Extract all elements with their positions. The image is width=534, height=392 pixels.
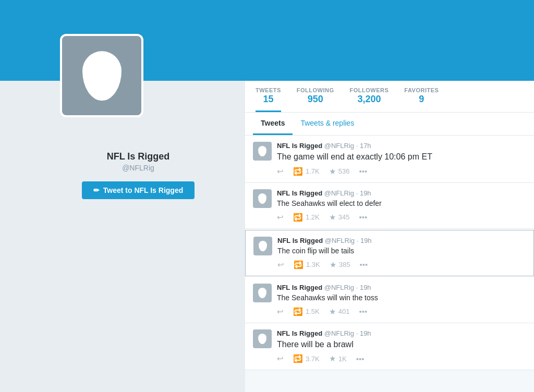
tweet-meta: NFL Is Rigged @NFLRig · 17h [277,142,526,150]
tweet-username: NFL Is Rigged [277,189,322,197]
tab-tweets-replies[interactable]: Tweets & replies [293,113,362,135]
more-icon: ••• [359,213,367,222]
tweet-avatar [253,142,272,161]
tweet-tabs: Tweets Tweets & replies [245,113,534,136]
retweet-button[interactable]: 🔁 1.2K [293,213,320,222]
retweet-icon: 🔁 [293,167,303,176]
retweet-count: 1.3K [306,261,320,268]
tweet-avatar-egg-icon [258,288,266,298]
profile-handle: @NFLRig [60,164,216,172]
reply-button[interactable]: ↩ [277,167,284,176]
more-icon: ••• [359,260,368,269]
more-button[interactable]: ••• [359,213,367,222]
tweet-text: There will be a brawl [277,339,526,350]
more-button[interactable]: ••• [359,167,367,176]
stat-tweets-label: TWEETS [256,87,281,93]
stats-bar: TWEETS 15 FOLLOWING 950 FOLLOWERS 3,200 … [245,81,534,113]
profile-area: NFL Is Rigged @NFLRig ✏ Tweet to NFL Is … [60,151,216,199]
retweet-count: 1.7K [306,167,320,175]
retweet-button[interactable]: 🔁 3.7K [293,354,320,363]
tweet-meta: NFL Is Rigged @NFLRig · 19h [277,189,526,197]
favorite-count: 385 [339,261,350,268]
stat-favorites-value: 9 [404,93,439,105]
tweet-actions: ↩ 🔁 1.2K ★ 345 ••• [277,213,526,222]
retweet-count: 1.2K [306,213,320,221]
tweet-meta: NFL Is Rigged @NFLRig · 19h [277,284,526,291]
tweet-username: NFL Is Rigged [277,329,322,337]
favorite-count: 401 [338,308,350,315]
tweet-username: NFL Is Rigged [277,284,322,291]
tweet-handle: @NFLRig [324,142,354,150]
avatar-egg-icon [82,51,122,101]
tweet-body: NFL Is Rigged @NFLRig · 19h There will b… [277,329,526,364]
more-button[interactable]: ••• [359,260,368,269]
stat-followers[interactable]: FOLLOWERS 3,200 [350,87,389,112]
retweet-button[interactable]: 🔁 1.3K [294,260,320,270]
more-icon: ••• [359,307,367,316]
more-icon: ••• [356,354,365,363]
favorite-button[interactable]: ★ 385 [330,260,350,270]
tweet-body: NFL Is Rigged @NFLRig · 19h The Seahawks… [277,284,526,316]
tweet-actions: ↩ 🔁 1.5K ★ 401 ••• [277,307,526,316]
content-area: TWEETS 15 FOLLOWING 950 FOLLOWERS 3,200 … [245,81,534,392]
more-button[interactable]: ••• [356,354,365,363]
tab-tweets[interactable]: Tweets [253,113,293,135]
tweet-username: NFL Is Rigged [277,142,322,150]
star-icon: ★ [329,307,336,316]
tweet-time: · 19h [357,237,372,244]
tweet-avatar [253,189,272,208]
tweet-avatar-egg-icon [258,146,266,156]
stat-following-label: FOLLOWING [297,87,334,93]
favorite-count: 536 [338,167,350,175]
stat-favorites[interactable]: FAVORITES 9 [404,87,439,112]
retweet-icon: 🔁 [293,354,303,363]
reply-button[interactable]: ↩ [277,354,284,363]
reply-button[interactable]: ↩ [277,307,284,316]
favorite-button[interactable]: ★ 345 [329,213,350,222]
tweet-item: NFL Is Rigged @NFLRig · 17h The game wil… [245,136,534,183]
stat-followers-value: 3,200 [350,93,389,105]
tweet-body: NFL Is Rigged @NFLRig · 19h The coin fli… [277,237,526,270]
reply-icon: ↩ [277,354,284,363]
stat-tweets[interactable]: TWEETS 15 [256,87,281,112]
tweet-pencil-icon: ✏ [93,186,100,194]
tweet-avatar-egg-icon [259,241,267,251]
reply-button[interactable]: ↩ [277,260,284,270]
tweet-text: The game will end at exactly 10:06 pm ET [277,151,526,163]
main-layout: NFL Is Rigged @NFLRig ✏ Tweet to NFL Is … [0,81,534,392]
tweet-text: The coin flip will be tails [277,246,526,256]
favorite-button[interactable]: ★ 1K [329,354,347,363]
reply-button[interactable]: ↩ [277,213,284,222]
favorite-button[interactable]: ★ 536 [329,167,350,176]
favorite-button[interactable]: ★ 401 [329,307,350,316]
tweet-avatar-egg-icon [258,193,266,204]
sidebar: NFL Is Rigged @NFLRig ✏ Tweet to NFL Is … [0,81,245,392]
favorite-count: 1K [338,355,347,363]
tweet-time: · 19h [356,189,371,197]
tweet-meta: NFL Is Rigged @NFLRig · 19h [277,329,526,337]
tweet-item: NFL Is Rigged @NFLRig · 19h The Seahawks… [245,277,534,323]
tweet-text: The Seahawks will elect to defer [277,199,526,209]
retweet-icon: 🔁 [293,213,303,222]
retweet-button[interactable]: 🔁 1.7K [293,167,320,176]
tweet-avatar [253,237,272,255]
tweet-item: NFL Is Rigged @NFLRig · 19h The coin fli… [245,230,534,276]
tweet-to-button[interactable]: ✏ Tweet to NFL Is Rigged [82,181,195,199]
tweet-list: NFL Is Rigged @NFLRig · 17h The game wil… [245,136,534,370]
tweet-item: NFL Is Rigged @NFLRig · 19h The Seahawks… [245,183,534,229]
tweet-time: · 19h [356,284,371,291]
tweet-actions: ↩ 🔁 1.7K ★ 536 ••• [277,167,526,176]
retweet-button[interactable]: 🔁 1.5K [293,307,320,316]
tweet-btn-label: Tweet to NFL Is Rigged [103,186,184,194]
tweet-handle: @NFLRig [324,329,354,337]
tweet-avatar [253,329,272,348]
stat-following[interactable]: FOLLOWING 950 [297,87,334,112]
tweet-handle: @NFLRig [324,189,354,197]
stat-followers-label: FOLLOWERS [350,87,389,93]
retweet-icon: 🔁 [293,307,303,316]
stat-favorites-label: FAVORITES [404,87,439,93]
tweet-actions: ↩ 🔁 3.7K ★ 1K ••• [277,354,526,363]
more-button[interactable]: ••• [359,307,367,316]
tweet-avatar [253,284,272,302]
profile-banner [0,0,534,81]
